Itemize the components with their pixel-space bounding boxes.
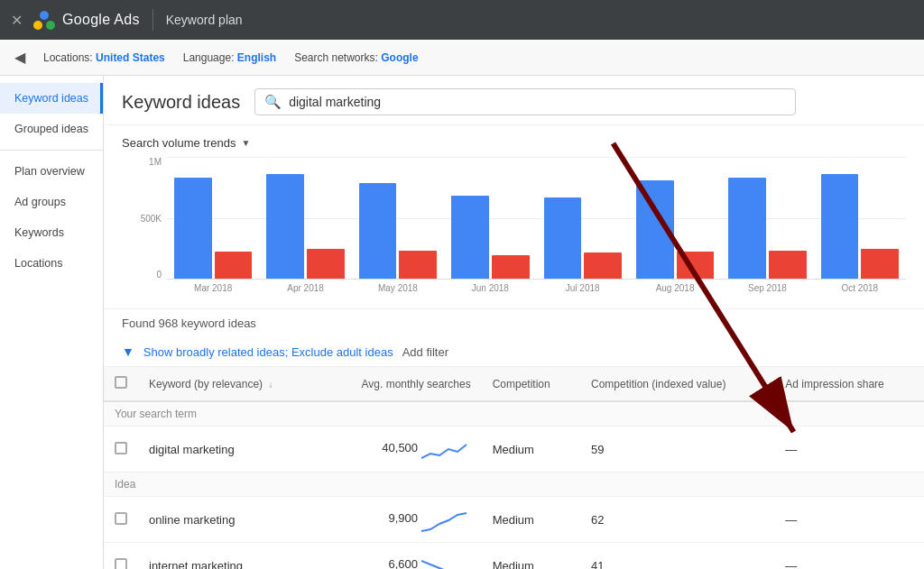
row-checkbox-cell[interactable]	[104, 497, 138, 543]
month-group	[444, 157, 536, 279]
table-row: internet marketing 6,600 Medium 41 —	[104, 543, 924, 570]
sidebar-item-plan-overview[interactable]: Plan overview	[0, 156, 103, 187]
sparkline-icon	[421, 552, 471, 569]
svg-point-0	[33, 21, 42, 30]
row-checkbox[interactable]	[115, 512, 127, 525]
table-section-label: Idea	[104, 473, 924, 497]
chart-area	[167, 157, 906, 280]
th-keyword: Keyword (by relevance) ↓	[138, 367, 319, 401]
competition-cell: Medium	[482, 543, 580, 570]
close-button[interactable]: ✕	[11, 12, 23, 29]
comp-indexed-cell: 41	[580, 543, 774, 570]
main-content: Keyword ideas 🔍 Search volume trends ▼ 1…	[104, 76, 924, 569]
row-checkbox[interactable]	[115, 442, 127, 454]
bar-red	[584, 252, 622, 279]
bar-blue	[728, 178, 766, 279]
month-label: Jun 2018	[444, 280, 536, 293]
keyword-table: Keyword (by relevance) ↓ Avg. monthly se…	[104, 367, 924, 569]
filter-row: ▼ Show broadly related ideas; Exclude ad…	[104, 337, 924, 367]
y-label-1m: 1M	[122, 157, 162, 167]
app-name: Google Ads	[62, 12, 140, 28]
found-keywords: Found 968 keyword ideas	[104, 308, 924, 337]
month-label: Mar 2018	[167, 280, 259, 293]
sort-icon[interactable]: ↓	[268, 380, 273, 390]
y-label-0: 0	[122, 270, 162, 280]
competition-cell: Medium	[482, 497, 580, 543]
sidebar-item-grouped-ideas[interactable]: Grouped ideas	[0, 114, 103, 144]
avg-monthly-cell: 6,600	[319, 543, 481, 570]
table-row: digital marketing 40,500 Medium 59 —	[104, 427, 924, 473]
ad-impression-cell: —	[774, 497, 924, 543]
th-ad-impression: Ad impression share	[774, 367, 924, 401]
row-checkbox-cell[interactable]	[104, 543, 138, 570]
month-group	[537, 157, 629, 279]
chart-title: Search volume trends	[122, 136, 236, 150]
svg-point-2	[38, 9, 51, 22]
month-group	[167, 157, 259, 279]
page-title: Keyword ideas	[122, 92, 240, 113]
networks-label: Search networks: Google	[294, 51, 418, 64]
sidebar-item-keyword-ideas[interactable]: Keyword ideas	[0, 83, 103, 114]
month-label: Sep 2018	[721, 280, 813, 293]
bar-blue	[359, 183, 397, 279]
search-input[interactable]	[289, 95, 786, 109]
th-avg-monthly: Avg. monthly searches	[319, 367, 481, 401]
bar-chart: 1M 500K 0 Mar 2018	[122, 157, 906, 301]
chart-section: Search volume trends ▼ 1M 500K 0	[104, 125, 924, 308]
y-axis-labels: 1M 500K 0	[122, 157, 162, 280]
secondary-bar: ◀ Locations: United States Language: Eng…	[0, 40, 924, 76]
month-label: Apr 2018	[259, 280, 351, 293]
top-nav: ✕ Google Ads Keyword plan	[0, 0, 924, 40]
back-button[interactable]: ◀	[14, 49, 25, 66]
search-box[interactable]: 🔍	[254, 88, 796, 115]
keyword-cell: digital marketing	[138, 427, 319, 473]
month-label: Aug 2018	[629, 280, 721, 293]
month-label: Jul 2018	[537, 280, 629, 293]
table-row: online marketing 9,900 Medium 62 —	[104, 497, 924, 543]
sparkline-icon	[421, 506, 471, 533]
filter-link[interactable]: Show broadly related ideas; Exclude adul…	[143, 345, 393, 359]
chart-title-row[interactable]: Search volume trends ▼	[122, 136, 906, 150]
ad-impression-cell: —	[774, 543, 924, 570]
month-group	[629, 157, 721, 279]
bar-blue	[821, 174, 859, 279]
language-label: Language: English	[183, 51, 276, 64]
search-icon: 🔍	[264, 94, 282, 110]
month-group	[814, 157, 906, 279]
keyword-cell: online marketing	[138, 497, 319, 543]
bar-red	[492, 255, 530, 279]
table-section-label: Your search term	[104, 401, 924, 427]
comp-indexed-cell: 59	[580, 427, 774, 473]
bar-blue	[451, 196, 489, 279]
table-header-row: Keyword (by relevance) ↓ Avg. monthly se…	[104, 367, 924, 401]
page-name: Keyword plan	[166, 13, 243, 27]
ad-impression-cell: —	[774, 427, 924, 473]
svg-point-1	[46, 21, 55, 30]
row-checkbox-cell[interactable]	[104, 427, 138, 473]
bar-red	[677, 252, 715, 279]
sidebar-item-locations[interactable]: Locations	[0, 248, 103, 279]
month-label: May 2018	[352, 280, 444, 293]
chevron-down-icon: ▼	[241, 138, 250, 148]
keyword-ideas-header: Keyword ideas 🔍	[104, 76, 924, 125]
header-checkbox-cell[interactable]	[104, 367, 138, 401]
sidebar-item-keywords[interactable]: Keywords	[0, 217, 103, 248]
select-all-checkbox[interactable]	[115, 376, 127, 389]
avg-monthly-cell: 9,900	[319, 497, 481, 543]
competition-cell: Medium	[482, 427, 580, 473]
bar-red	[399, 251, 437, 279]
nav-divider	[152, 9, 153, 31]
sidebar: Keyword ideas Grouped ideas Plan overvie…	[0, 76, 104, 569]
th-competition: Competition	[482, 367, 580, 401]
bar-red	[215, 252, 253, 279]
add-filter-link[interactable]: Add filter	[402, 345, 448, 359]
app-logo: Google Ads	[32, 7, 140, 32]
sidebar-item-ad-groups[interactable]: Ad groups	[0, 187, 103, 217]
bar-blue	[266, 174, 304, 279]
bar-red	[769, 251, 807, 279]
month-labels: Mar 2018Apr 2018May 2018Jun 2018Jul 2018…	[167, 280, 906, 293]
month-label: Oct 2018	[814, 280, 906, 293]
row-checkbox[interactable]	[115, 558, 127, 570]
locations-label: Locations: United States	[43, 51, 165, 64]
sparkline-icon	[421, 436, 471, 463]
